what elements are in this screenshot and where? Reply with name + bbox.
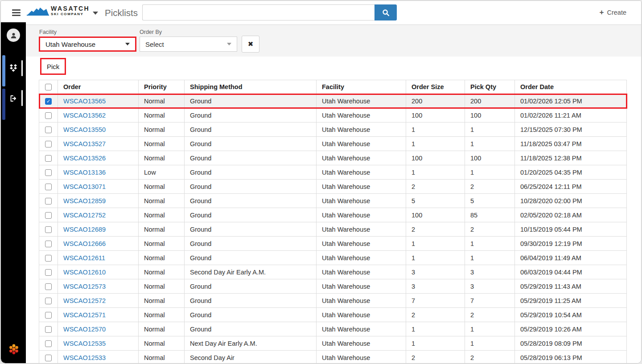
row-checkbox[interactable] — [45, 326, 52, 333]
cell-order-size: 100 — [406, 108, 465, 123]
row-checkbox[interactable] — [45, 169, 52, 176]
row-checkbox[interactable] — [45, 141, 52, 147]
order-link[interactable]: WSCAO13526 — [63, 155, 106, 162]
cell-facility: Utah Warehouse — [317, 208, 406, 222]
order-link[interactable]: WSCAO12533 — [63, 354, 106, 361]
order-link[interactable]: WSCAO13565 — [63, 98, 106, 105]
order-link[interactable]: WSCAO12573 — [63, 283, 106, 290]
cell-facility: Utah Warehouse — [317, 308, 406, 322]
row-checkbox[interactable] — [45, 198, 52, 204]
row-checkbox[interactable] — [45, 184, 52, 190]
sidebar-item-picklists[interactable] — [9, 64, 17, 74]
row-checkbox[interactable] — [45, 241, 52, 247]
row-checkbox[interactable] — [45, 340, 52, 347]
table-row[interactable]: WSCAO12573 Normal Ground Utah Warehouse … — [39, 279, 627, 294]
search-button[interactable] — [374, 4, 397, 20]
cell-order-size: 1 — [406, 165, 465, 180]
cell-priority: Normal — [139, 308, 185, 322]
cell-order: WSCAO12611 — [58, 251, 139, 265]
order-link[interactable]: WSCAO12611 — [63, 254, 105, 262]
plus-icon: + — [600, 8, 604, 17]
cell-pick-qty: 85 — [465, 208, 515, 222]
table-row[interactable]: WSCAO12535 Normal Next Day Air Early A.M… — [39, 336, 627, 351]
column-header-facility[interactable]: Facility — [317, 80, 406, 94]
facility-select[interactable]: Utah Warehouse — [39, 37, 136, 52]
row-checkbox[interactable] — [45, 355, 52, 361]
sidebar-item-signout[interactable] — [9, 94, 18, 104]
cell-order-size: 2 — [406, 308, 465, 322]
table-row[interactable]: WSCAO13526 Normal Ground Utah Warehouse … — [39, 151, 627, 165]
brand-dropdown-caret-icon[interactable] — [93, 12, 98, 15]
column-header-order-date[interactable]: Order Date — [515, 80, 627, 94]
cell-order-size: 200 — [406, 94, 465, 108]
column-header-order-size[interactable]: Order Size — [406, 80, 465, 94]
cell-priority: Normal — [139, 194, 185, 208]
create-button-label: Create — [607, 9, 626, 16]
order-link[interactable]: WSCAO12570 — [63, 326, 106, 333]
table-row[interactable]: WSCAO12610 Normal Second Day Air Early A… — [39, 265, 627, 279]
row-checkbox[interactable] — [45, 226, 52, 233]
row-checkbox[interactable] — [45, 298, 52, 304]
pick-button[interactable]: Pick — [40, 58, 66, 75]
row-checkbox[interactable] — [45, 127, 52, 133]
table-row[interactable]: WSCAO13136 Low Ground Utah Warehouse 1 1… — [39, 165, 627, 180]
order-link[interactable]: WSCAO13550 — [63, 126, 106, 133]
table-row[interactable]: WSCAO12611 Normal Ground Utah Warehouse … — [39, 251, 627, 265]
select-all-checkbox[interactable] — [45, 84, 52, 90]
order-link[interactable]: WSCAO12666 — [63, 240, 106, 247]
order-link[interactable]: WSCAO12535 — [63, 340, 106, 347]
table-row[interactable]: WSCAO13071 Normal Ground Utah Warehouse … — [39, 180, 627, 194]
table-row[interactable]: WSCAO12666 Normal Ground Utah Warehouse … — [39, 237, 627, 251]
order-link[interactable]: WSCAO12752 — [63, 212, 106, 219]
cell-order-date: 02/05/2020 02:18 AM — [515, 208, 627, 222]
table-row[interactable]: WSCAO13550 Normal Ground Utah Warehouse … — [39, 123, 627, 137]
column-header-priority[interactable]: Priority — [139, 80, 185, 94]
order-link[interactable]: WSCAO12571 — [63, 311, 106, 319]
table-row[interactable]: WSCAO13565 Normal Ground Utah Warehouse … — [39, 94, 627, 108]
order-link[interactable]: WSCAO12859 — [63, 197, 106, 204]
table-row[interactable]: WSCAO12859 Normal Ground Utah Warehouse … — [39, 194, 627, 208]
column-header-pick-qty[interactable]: Pick Qty — [465, 80, 515, 94]
search-input[interactable] — [142, 4, 374, 20]
row-checkbox[interactable] — [45, 155, 52, 162]
table-row[interactable]: WSCAO12570 Normal Ground Utah Warehouse … — [39, 322, 627, 336]
row-checkbox[interactable] — [45, 312, 52, 319]
table-row[interactable]: WSCAO13527 Normal Ground Utah Warehouse … — [39, 137, 627, 151]
row-checkbox[interactable] — [45, 112, 52, 119]
table-row[interactable]: WSCAO13562 Normal Ground Utah Warehouse … — [39, 108, 627, 123]
order-by-label: Order By — [140, 29, 162, 35]
table-row[interactable]: WSCAO12533 Normal Second Day Air Utah Wa… — [39, 351, 627, 364]
cell-order: WSCAO12752 — [58, 208, 139, 222]
cell-order: WSCAO13136 — [58, 165, 139, 180]
row-checkbox[interactable] — [45, 212, 52, 219]
cell-shipping-method: Second Day Air Early A.M. — [185, 265, 317, 279]
order-link[interactable]: WSCAO12572 — [63, 297, 106, 304]
row-checkbox[interactable] — [45, 255, 52, 262]
order-link[interactable]: WSCAO12689 — [63, 226, 106, 233]
order-link[interactable]: WSCAO13136 — [63, 169, 106, 176]
table-row[interactable]: WSCAO12572 Normal Ground Utah Warehouse … — [39, 294, 627, 308]
table-row[interactable]: WSCAO12571 Normal Ground Utah Warehouse … — [39, 308, 627, 322]
order-link[interactable]: WSCAO13562 — [63, 112, 106, 119]
extension-flower-icon[interactable] — [8, 343, 20, 357]
order-link[interactable]: WSCAO13071 — [63, 183, 106, 190]
brand-subtitle: SKI COMPANY — [51, 12, 90, 16]
create-button[interactable]: + Create — [600, 8, 626, 17]
cell-priority: Normal — [139, 180, 185, 194]
table-row[interactable]: WSCAO12752 Normal Ground Utah Warehouse … — [39, 208, 627, 222]
order-link[interactable]: WSCAO13527 — [63, 140, 106, 147]
user-avatar[interactable] — [7, 29, 20, 42]
row-checkbox[interactable] — [45, 269, 52, 276]
table-row[interactable]: WSCAO12689 Normal Ground Utah Warehouse … — [39, 222, 627, 237]
order-link[interactable]: WSCAO12610 — [63, 269, 106, 276]
clear-filters-button[interactable]: ✖ — [242, 36, 259, 53]
row-checkbox[interactable] — [45, 283, 52, 290]
cell-pick-qty: 1 — [465, 336, 515, 351]
hamburger-menu-icon[interactable] — [12, 9, 21, 16]
column-header-order[interactable]: Order — [58, 80, 139, 94]
order-by-select[interactable]: Select — [140, 37, 237, 52]
cell-pick-qty: 5 — [465, 194, 515, 208]
column-header-shipping-method[interactable]: Shipping Method — [185, 80, 317, 94]
row-checkbox[interactable] — [45, 98, 52, 105]
cell-pick-qty: 2 — [465, 351, 515, 364]
